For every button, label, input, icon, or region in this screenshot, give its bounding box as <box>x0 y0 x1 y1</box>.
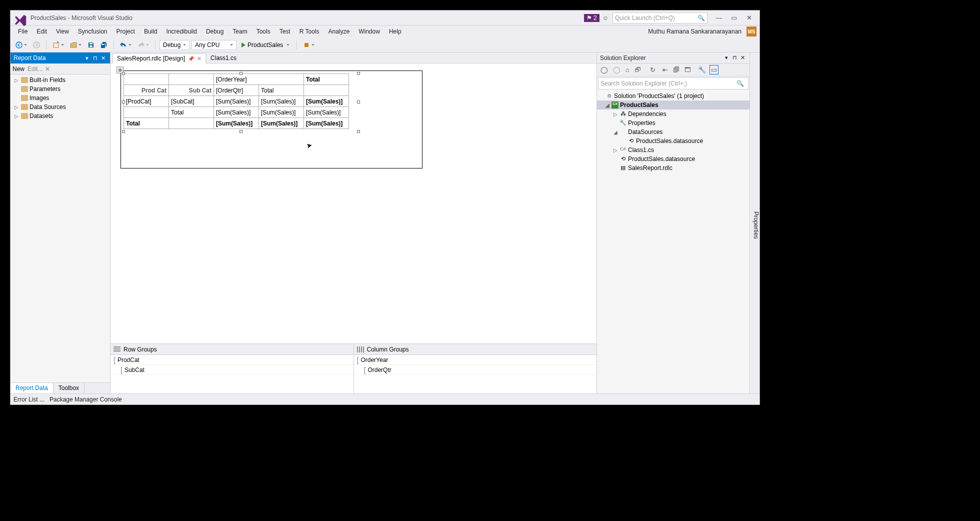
signed-in-user[interactable]: Muthu Ramana Sankaranarayanan <box>648 28 744 35</box>
panel-pin-icon[interactable]: ⊓ <box>91 55 99 62</box>
save-all-button[interactable] <box>98 40 110 50</box>
tablix-cell[interactable]: Total <box>304 74 349 85</box>
datasource-file-node-2[interactable]: ⟲ProductSales.datasource <box>597 154 750 164</box>
tablix-cell[interactable]: Prod Cat <box>124 85 169 96</box>
row-group-item[interactable]: [ProdCat <box>110 355 354 365</box>
class-file-node[interactable]: ▷C#Class1.cs <box>597 146 750 154</box>
tab-report-data[interactable]: Report Data <box>10 383 54 394</box>
user-avatar-badge[interactable]: MS <box>746 26 756 36</box>
menu-view[interactable]: View <box>52 26 74 36</box>
tablix-cell[interactable] <box>304 85 349 96</box>
se-showall-icon[interactable]: 🗐 <box>672 65 681 74</box>
menu-analyze[interactable]: Analyze <box>324 26 354 36</box>
se-home-icon[interactable]: ⌂ <box>624 65 631 74</box>
tree-item-datasets[interactable]: ▷Datasets <box>10 112 110 120</box>
close-tab-icon[interactable]: ✕ <box>197 56 202 62</box>
new-project-button[interactable] <box>50 40 66 50</box>
save-button[interactable] <box>86 40 96 50</box>
tablix-cell[interactable]: Total <box>124 118 169 129</box>
menu-file[interactable]: File <box>14 26 32 36</box>
solution-node[interactable]: ⧈Solution 'ProductSales' (1 project) <box>597 92 750 100</box>
se-back-icon[interactable]: ◯ <box>599 65 610 74</box>
tablix-cell[interactable]: [Sum(Sales)] <box>214 118 259 129</box>
se-properties-icon[interactable]: 🗔 <box>683 65 692 74</box>
selection-handle[interactable] <box>122 100 125 104</box>
se-preview-icon[interactable]: ▭ <box>710 65 718 74</box>
tablix-cell[interactable]: [Sum(Sales)] <box>214 96 259 107</box>
menu-help[interactable]: Help <box>384 26 406 36</box>
new-dropdown[interactable]: New <box>12 66 26 72</box>
tablix-cell[interactable]: Total <box>169 107 214 118</box>
tablix-table[interactable]: [OrderYear] Total Prod Cat Sub Cat [Orde… <box>124 74 349 129</box>
tab-class1[interactable]: Class1.cs <box>206 53 241 63</box>
maximize-button[interactable]: ▭ <box>726 14 742 22</box>
panel-pin-icon[interactable]: ⊓ <box>730 54 738 61</box>
rdlc-file-node[interactable]: ▤SalesReport.rdlc <box>597 164 750 172</box>
menu-rtools[interactable]: R Tools <box>295 26 324 36</box>
package-manager-console-tab[interactable]: Package Manager Console <box>50 396 122 403</box>
selection-handle[interactable] <box>357 72 360 75</box>
close-button[interactable]: ✕ <box>742 14 756 22</box>
delete-icon[interactable]: ✕ <box>45 66 50 72</box>
se-collapse-icon[interactable]: ⇤ <box>661 65 670 74</box>
solution-explorer-header[interactable]: Solution Explorer ▾ ⊓ ✕ <box>597 52 750 64</box>
rdlc-design-surface[interactable]: ✥ [OrderYear] Total <box>110 64 596 344</box>
panel-dropdown-icon[interactable]: ▾ <box>83 55 91 62</box>
menu-window[interactable]: Window <box>354 26 384 36</box>
tab-toolbox[interactable]: Toolbox <box>54 383 84 394</box>
config-combo[interactable]: Debug <box>160 40 190 50</box>
menu-debug[interactable]: Debug <box>202 26 228 36</box>
start-debug-button[interactable]: ProductSales <box>238 40 292 50</box>
tablix-cell[interactable] <box>124 74 169 85</box>
tablix-cell[interactable]: [OrderYear] <box>214 74 304 85</box>
tablix-cell[interactable] <box>169 118 214 129</box>
menu-build[interactable]: Build <box>140 26 162 36</box>
nav-forward-button[interactable] <box>31 40 42 50</box>
tablix-cell[interactable]: [Sum(Sales)] <box>304 96 349 107</box>
selection-handle[interactable] <box>240 72 242 75</box>
tablix-cell[interactable] <box>169 74 214 85</box>
se-refresh-icon[interactable]: ↻ <box>648 65 657 74</box>
tablix-cell[interactable]: [ProdCat] <box>124 96 169 107</box>
selection-handle[interactable] <box>122 72 125 75</box>
tree-item-images[interactable]: Images <box>10 94 110 102</box>
datasources-folder-node[interactable]: ◢DataSources <box>597 128 750 136</box>
menu-test[interactable]: Test <box>275 26 295 36</box>
feedback-icon[interactable]: ☺ <box>602 14 608 22</box>
se-forward-icon[interactable]: ◯ <box>612 65 622 74</box>
minimize-button[interactable]: — <box>712 14 726 22</box>
tablix-cell[interactable]: Sub Cat <box>169 85 214 96</box>
se-wrench-icon[interactable]: 🔧 <box>696 65 708 74</box>
menu-team[interactable]: Team <box>228 26 252 36</box>
datasource-file-node[interactable]: ⟲ProductSales.datasource <box>597 136 750 146</box>
quick-launch-input[interactable]: Quick Launch (Ctrl+Q) 🔍 <box>612 12 708 24</box>
tree-item-parameters[interactable]: Parameters <box>10 84 110 94</box>
report-data-header[interactable]: Report Data ▾ ⊓ ✕ <box>10 52 110 64</box>
column-group-item[interactable]: [OrderQtr <box>354 365 597 375</box>
tablix-cell[interactable]: [Sum(Sales)] <box>214 107 259 118</box>
panel-dropdown-icon[interactable]: ▾ <box>722 54 730 61</box>
properties-node[interactable]: 🔧Properties <box>597 118 750 128</box>
tablix-cell[interactable]: [Sum(Sales)] <box>259 107 304 118</box>
tablix-cell[interactable]: Total <box>259 85 304 96</box>
tablix-cell[interactable]: [OrderQtr] <box>214 85 259 96</box>
se-sync-icon[interactable]: 🗗 <box>633 65 642 74</box>
tablix-cell[interactable]: [Sum(Sales)] <box>259 96 304 107</box>
tablix-cell[interactable]: [SubCat] <box>169 96 214 107</box>
notification-flag-badge[interactable]: ⚑ 2 <box>584 14 600 22</box>
edit-button[interactable]: Edit... <box>28 66 43 72</box>
menu-tools[interactable]: Tools <box>252 26 275 36</box>
tabs-overflow-dropdown[interactable] <box>590 61 596 63</box>
redo-button[interactable] <box>136 40 151 50</box>
tablix-cell[interactable] <box>124 107 169 118</box>
error-list-tab[interactable]: Error List ... <box>14 396 44 403</box>
project-node[interactable]: ◢C#ProductSales <box>597 100 750 110</box>
extension-button[interactable] <box>301 40 316 50</box>
tablix-cell[interactable]: [Sum(Sales)] <box>259 118 304 129</box>
menu-incredibuild[interactable]: Incredibuild <box>162 26 202 36</box>
selection-handle[interactable] <box>357 130 360 133</box>
tab-salesreport[interactable]: SalesReport.rdlc [Design] 📌 ✕ <box>112 54 206 64</box>
dependencies-node[interactable]: ▷⁂Dependencies <box>597 110 750 118</box>
panel-close-icon[interactable]: ✕ <box>99 55 107 62</box>
column-group-item[interactable]: [OrderYear <box>354 355 597 365</box>
